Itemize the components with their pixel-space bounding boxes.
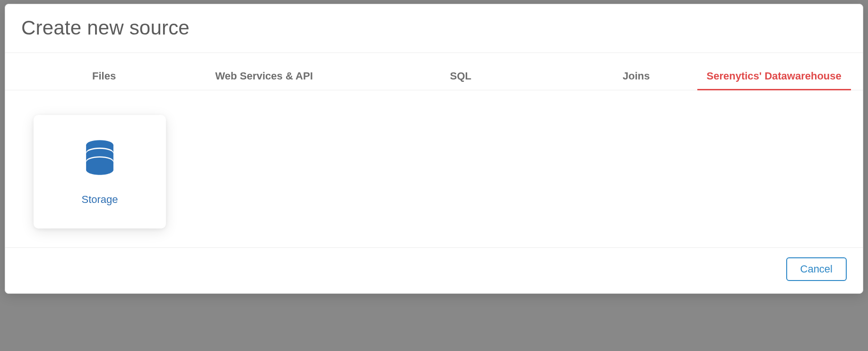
tab-bar: Files Web Services & API SQL Joins Seren…	[5, 64, 863, 90]
tab-files[interactable]: Files	[21, 64, 168, 90]
storage-card[interactable]: Storage	[34, 115, 166, 228]
tab-web-services-api[interactable]: Web Services & API	[168, 64, 379, 90]
modal-overlay: Create new source Files Web Services & A…	[0, 0, 868, 351]
tab-serenytics-datawarehouse[interactable]: Serenytics' Datawarehouse	[697, 64, 851, 90]
svg-point-4	[86, 158, 113, 167]
modal-body: Storage	[5, 90, 863, 248]
tab-joins[interactable]: Joins	[556, 64, 697, 90]
modal-footer: Cancel	[5, 248, 863, 293]
card-label: Storage	[81, 193, 118, 206]
modal-header: Create new source	[5, 4, 863, 53]
cancel-button[interactable]: Cancel	[786, 257, 847, 281]
create-source-modal: Create new source Files Web Services & A…	[5, 4, 863, 294]
tab-sql[interactable]: SQL	[379, 64, 556, 90]
database-icon	[80, 138, 120, 179]
modal-title: Create new source	[21, 17, 847, 39]
